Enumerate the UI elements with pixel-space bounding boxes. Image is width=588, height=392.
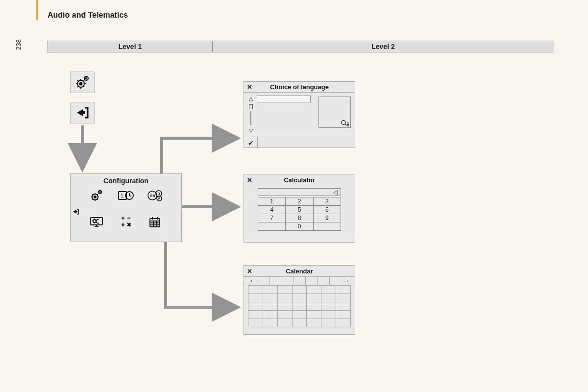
backspace-icon[interactable]: ◁: [333, 189, 338, 196]
calc-key-4[interactable]: 4: [258, 206, 286, 214]
language-option-field[interactable]: [257, 96, 311, 102]
language-preview-box: [318, 97, 351, 128]
back-exit-button[interactable]: [70, 102, 95, 123]
config-language-icon[interactable]: GBDF: [141, 187, 170, 204]
back-icon[interactable]: [73, 208, 79, 215]
svg-line-24: [92, 199, 93, 200]
svg-marker-15: [73, 210, 77, 214]
svg-marker-12: [77, 109, 85, 116]
language-confirm-button[interactable]: ✔: [244, 137, 258, 148]
config-calendar-icon[interactable]: [141, 213, 170, 231]
config-time-date-icon[interactable]: 1: [111, 187, 140, 204]
calc-key-1[interactable]: 1: [258, 197, 286, 206]
svg-text:1: 1: [121, 193, 123, 198]
language-title: Choice of language: [255, 83, 355, 91]
calendar-prev-button[interactable]: ←: [248, 277, 258, 285]
calc-key-empty-l: [258, 222, 286, 231]
config-settings-icon[interactable]: [82, 187, 111, 204]
gears-icon: [74, 75, 91, 90]
calendar-next-button[interactable]: →: [341, 277, 351, 285]
svg-line-22: [92, 195, 93, 196]
language-panel: ✕ Choice of language △ ▽ ✔: [244, 81, 355, 148]
calendar-panel: ✕ Calendar ← →: [244, 265, 355, 335]
calendar-weekday-row: [258, 277, 341, 285]
svg-point-1: [80, 83, 82, 85]
svg-line-70: [345, 124, 347, 125]
svg-point-69: [342, 121, 345, 124]
exit-icon: [75, 106, 90, 120]
language-close-button[interactable]: ✕: [244, 83, 255, 91]
calculator-title: Calculator: [255, 176, 355, 184]
configuration-title: Configuration: [71, 174, 181, 187]
calculator-panel: ✕ Calculator ◁ 1 2 3 4 5 6 7 8 9: [244, 174, 355, 243]
svg-line-32: [129, 196, 131, 196]
page-title: Audio and Telematics: [48, 11, 128, 20]
calc-key-5[interactable]: 5: [286, 206, 313, 214]
svg-text:D: D: [158, 192, 160, 196]
calendar-title: Calendar: [255, 268, 355, 275]
settings-gears-button[interactable]: [70, 72, 95, 93]
page-number: 238: [15, 39, 22, 50]
scroll-track-icon: [250, 111, 251, 125]
svg-line-23: [97, 199, 98, 200]
level-1-header: Level 1: [48, 41, 213, 52]
config-calculator-icon[interactable]: [111, 213, 140, 231]
svg-line-6: [77, 80, 78, 81]
calculator-close-button[interactable]: ✕: [244, 176, 255, 184]
svg-line-25: [97, 195, 98, 196]
calc-key-6[interactable]: 6: [313, 206, 341, 214]
calculator-keypad: 1 2 3 4 5 6 7 8 9 0: [258, 197, 341, 231]
calc-key-7[interactable]: 7: [258, 214, 286, 222]
svg-text:F: F: [158, 197, 161, 200]
accent-bar: [36, 0, 38, 20]
level-header: Level 1 Level 2: [48, 41, 553, 52]
svg-point-11: [86, 78, 87, 79]
scroll-down-icon[interactable]: ▽: [249, 127, 253, 134]
configuration-panel: Configuration 1 GBDF: [70, 173, 182, 242]
calc-key-8[interactable]: 8: [286, 214, 313, 222]
calendar-close-button[interactable]: ✕: [244, 268, 255, 275]
scroll-thumb-icon[interactable]: [249, 104, 253, 109]
level-2-header: Level 2: [213, 41, 554, 52]
calc-key-3[interactable]: 3: [313, 197, 341, 206]
magnifier-icon: [341, 120, 349, 126]
calc-key-0[interactable]: 0: [286, 222, 313, 231]
svg-point-42: [93, 220, 96, 222]
calculator-display: ◁: [258, 188, 341, 196]
svg-point-50: [122, 224, 123, 224]
calendar-grid[interactable]: [244, 285, 355, 327]
svg-line-8: [77, 86, 78, 87]
config-display-icon[interactable]: [82, 213, 111, 231]
calc-key-2[interactable]: 2: [286, 197, 313, 206]
svg-point-17: [94, 196, 96, 198]
calc-key-9[interactable]: 9: [313, 214, 341, 222]
svg-point-27: [99, 192, 100, 193]
svg-line-9: [83, 80, 84, 81]
calc-key-empty-r: [313, 222, 341, 231]
svg-point-51: [122, 226, 123, 226]
svg-line-7: [83, 86, 84, 87]
svg-text:GB: GB: [150, 194, 155, 197]
scroll-up-icon[interactable]: △: [249, 96, 253, 102]
